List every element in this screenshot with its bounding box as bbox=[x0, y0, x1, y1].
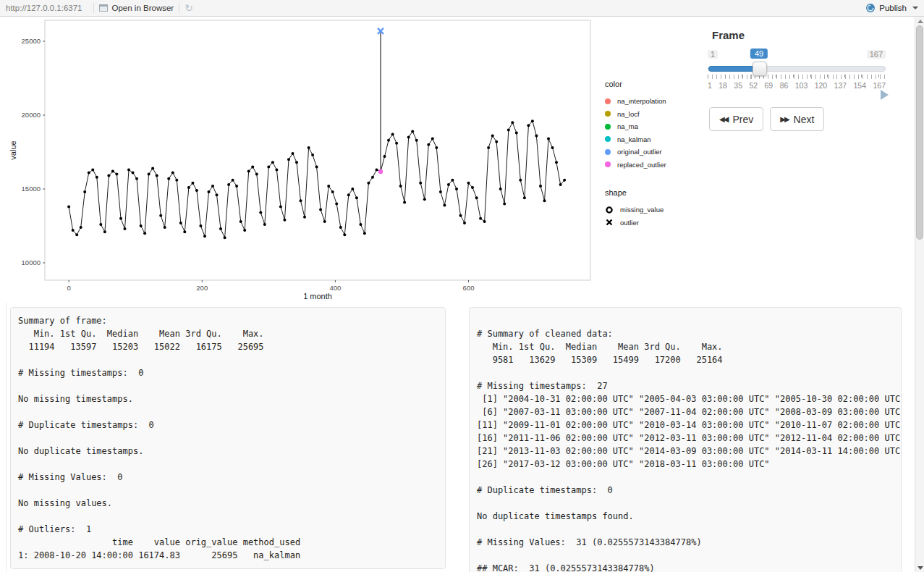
slider-tick-label: 1 bbox=[708, 81, 712, 90]
legend-shape-title: shape bbox=[605, 188, 699, 197]
frame-summary-text: Summary of frame: Min. 1st Qu. Median Me… bbox=[11, 308, 445, 568]
legend-item-label: na_locf bbox=[617, 110, 640, 118]
svg-text:1 month: 1 month bbox=[303, 292, 332, 300]
refresh-icon[interactable]: ↻ bbox=[185, 3, 193, 13]
scroll-up-button[interactable] bbox=[915, 17, 924, 25]
code-line: # Missing timestamps: 27 bbox=[477, 379, 894, 392]
code-line: # Missing Values: 0 bbox=[18, 471, 438, 484]
code-line: No duplicate timestamps found. bbox=[477, 510, 894, 523]
code-line bbox=[18, 353, 438, 366]
code-line: # Summary of cleaned data: bbox=[477, 327, 894, 340]
slider-value-row: 1 49 167 bbox=[708, 49, 886, 62]
code-line: [11] "2009-11-01 02:00:00 UTC" "2010-03-… bbox=[477, 419, 894, 432]
frame-buttons-row: ◀◀ Prev ▶▶ Next bbox=[709, 107, 886, 131]
open-in-browser-button[interactable]: Open in Browser bbox=[112, 4, 174, 12]
code-line: [16] "2011-11-06 02:00:00 UTC" "2012-03-… bbox=[477, 432, 894, 445]
legend-item-na_locf: na_locf bbox=[605, 108, 699, 121]
publish-button[interactable]: Publish bbox=[865, 3, 918, 13]
legend-item-original_outlier: original_outlier bbox=[605, 146, 699, 159]
app-url: http://127.0.0.1:6371 bbox=[6, 4, 82, 12]
svg-text:value: value bbox=[9, 140, 17, 159]
legend-item-label: missing_value bbox=[620, 206, 664, 214]
code-line: [1] "2004-10-31 02:00:00 UTC" "2005-04-0… bbox=[477, 392, 894, 405]
cleaned-summary-text: # Summary of cleaned data: Min. 1st Qu. … bbox=[470, 308, 901, 572]
slider-value-bubble: 49 bbox=[750, 49, 768, 59]
slider-tick-label: 52 bbox=[749, 81, 758, 90]
slider-min-label: 1 bbox=[708, 50, 718, 59]
legend-item-label: outlier bbox=[620, 219, 639, 227]
legend-item-label: replaced_outlier bbox=[617, 161, 666, 169]
prev-frame-button[interactable]: ◀◀ Prev bbox=[709, 107, 763, 131]
svg-text:25000: 25000 bbox=[22, 37, 41, 45]
code-line bbox=[18, 405, 438, 419]
publish-label: Publish bbox=[879, 4, 907, 12]
legend-item-na_interpolation: na_interpolation bbox=[605, 95, 699, 108]
plot-canvas: 1000015000200002500002004006001 monthval… bbox=[4, 17, 696, 303]
code-line: [26] "2017-03-12 03:00:00 UTC" "2018-03-… bbox=[477, 458, 894, 471]
code-line bbox=[477, 471, 894, 484]
window-icon bbox=[99, 4, 108, 12]
code-line bbox=[477, 314, 894, 327]
slider-play-button[interactable] bbox=[881, 90, 889, 100]
backward-icon: ◀◀ bbox=[719, 115, 727, 123]
slider-tick-label: 18 bbox=[719, 81, 727, 90]
legend-color-key-icon bbox=[605, 124, 611, 130]
toolbar-divider bbox=[179, 3, 179, 13]
code-line bbox=[477, 497, 894, 510]
code-line: 11194 13597 15203 15022 16175 25695 bbox=[18, 340, 438, 353]
cleaned-summary-panel: # Summary of cleaned data: Min. 1st Qu. … bbox=[469, 307, 902, 572]
slider-tick-label: 120 bbox=[815, 81, 828, 90]
code-line: # Outliers: 1 bbox=[18, 523, 438, 536]
legend-item-label: na_interpolation bbox=[617, 97, 666, 105]
legend-shape-items: missing_valueoutlier bbox=[605, 203, 699, 229]
svg-text:10000: 10000 bbox=[22, 258, 41, 266]
scroll-down-icon bbox=[917, 566, 923, 570]
code-line: 9581 13629 15309 15499 17200 25164 bbox=[477, 353, 894, 366]
timeseries-plot: 1000015000200002500002004006001 monthval… bbox=[4, 17, 696, 303]
code-line: [6] "2007-03-11 03:00:00 UTC" "2007-11-0… bbox=[477, 405, 894, 419]
code-line: ## MCAR: 31 (0.0255573143384778%) bbox=[477, 562, 894, 572]
scrollbar-thumb[interactable] bbox=[916, 25, 923, 240]
prev-label: Prev bbox=[732, 114, 753, 125]
legend-item-label: na_kalman bbox=[617, 135, 650, 143]
code-line bbox=[477, 366, 894, 379]
code-line bbox=[18, 484, 438, 497]
scroll-down-button[interactable] bbox=[915, 563, 924, 572]
legend-color-title: color bbox=[605, 80, 699, 88]
slider-tick-label: 154 bbox=[854, 81, 867, 90]
legend-color-items: na_interpolationna_locfna_mana_kalmanori… bbox=[605, 95, 699, 171]
slider-max-label: 167 bbox=[867, 50, 886, 59]
publish-icon bbox=[865, 3, 876, 13]
toolbar-divider bbox=[93, 3, 94, 13]
code-line: No missing values. bbox=[18, 497, 438, 510]
code-line: Summary of frame: bbox=[18, 314, 438, 327]
x-shape-icon bbox=[605, 218, 614, 227]
svg-text:15000: 15000 bbox=[22, 185, 41, 193]
slider-tick-labels: 11835526986103120137154167 bbox=[708, 81, 886, 90]
code-line bbox=[18, 510, 438, 523]
code-line bbox=[18, 458, 438, 471]
slider-tick-label: 69 bbox=[765, 81, 773, 90]
code-line bbox=[18, 379, 438, 392]
code-line: # Duplicate timestamps: 0 bbox=[18, 419, 438, 432]
vertical-scrollbar[interactable] bbox=[915, 17, 924, 572]
code-line: No duplicate timestamps. bbox=[18, 445, 438, 458]
code-line bbox=[18, 432, 438, 445]
circle-shape-icon bbox=[605, 206, 614, 214]
code-line bbox=[477, 549, 894, 562]
scroll-up-icon bbox=[917, 20, 923, 23]
code-line: time value orig_value method_used bbox=[18, 536, 438, 549]
legend-item-na_kalman: na_kalman bbox=[605, 133, 699, 146]
code-line: No missing timestamps. bbox=[18, 392, 438, 405]
next-frame-button[interactable]: ▶▶ Next bbox=[770, 107, 824, 131]
frame-slider-handle[interactable] bbox=[753, 62, 767, 76]
legend-color-key-icon bbox=[605, 136, 611, 142]
frame-slider-label: Frame bbox=[712, 29, 886, 41]
legend-color-key-icon bbox=[605, 161, 611, 167]
publish-caret-icon[interactable] bbox=[912, 7, 918, 9]
legend-item-outlier: outlier bbox=[605, 216, 699, 230]
code-line: # Missing Values: 31 (0.0255573143384778… bbox=[477, 536, 894, 549]
slider-tick-label: 103 bbox=[795, 81, 808, 90]
legend-item-na_ma: na_ma bbox=[605, 120, 699, 133]
frame-slider-track[interactable] bbox=[708, 66, 886, 72]
